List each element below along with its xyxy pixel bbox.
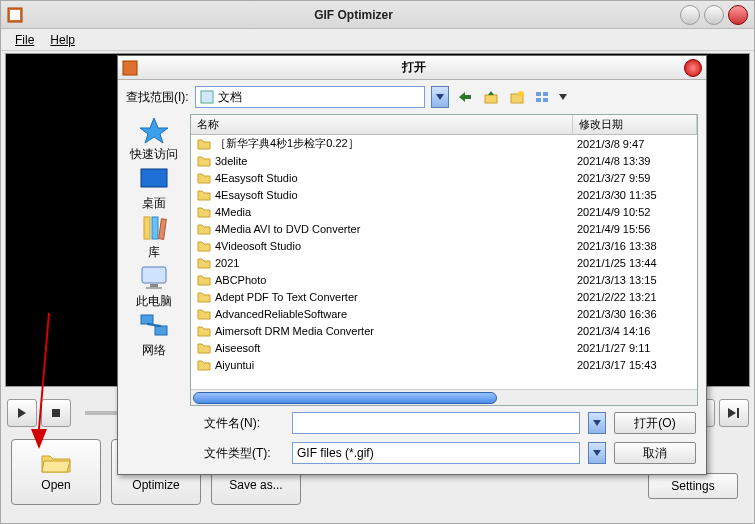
dialog-icon (122, 60, 138, 76)
place-this-pc[interactable]: 此电脑 (122, 263, 186, 310)
filename-label: 文件名(N): (204, 415, 284, 432)
item-date: 2021/3/27 9:59 (573, 172, 697, 184)
list-item[interactable]: 4Easysoft Studio2021/3/27 9:59 (191, 169, 697, 186)
item-date: 2021/4/9 15:56 (573, 223, 697, 235)
svg-rect-11 (737, 408, 739, 418)
item-name: AdvancedReliableSoftware (215, 308, 573, 320)
dialog-bottom: 文件名(N): 打开(O) 文件类型(T): GIF files (*.gif)… (118, 406, 706, 476)
item-name: Aiyuntui (215, 359, 573, 371)
open-file-dialog: 打开 查找范围(I): 文档 快速访问 (117, 55, 707, 475)
documents-icon (200, 90, 214, 104)
list-item[interactable]: 4Media2021/4/9 10:52 (191, 203, 697, 220)
svg-marker-10 (728, 408, 736, 418)
svg-rect-15 (201, 91, 213, 103)
horizontal-scrollbar[interactable] (191, 389, 697, 405)
svg-rect-21 (536, 92, 541, 96)
view-menu-dropdown-icon[interactable] (559, 94, 567, 100)
list-header: 名称 修改日期 (191, 115, 697, 135)
list-item[interactable]: Aiyuntui2021/3/17 15:43 (191, 356, 697, 373)
titlebar: GIF Optimizer (1, 1, 754, 29)
svg-marker-2 (18, 408, 26, 418)
dialog-open-button[interactable]: 打开(O) (614, 412, 696, 434)
window-minimize-button[interactable] (680, 5, 700, 25)
list-item[interactable]: ［新华字典4秒1步检字0.22］2021/3/8 9:47 (191, 135, 697, 152)
folder-icon (197, 189, 211, 201)
item-date: 2021/3/17 15:43 (573, 359, 697, 371)
place-desktop[interactable]: 桌面 (122, 165, 186, 212)
last-frame-button[interactable] (719, 399, 749, 427)
item-date: 2021/3/8 9:47 (573, 138, 697, 150)
list-item[interactable]: 20212021/1/25 13:44 (191, 254, 697, 271)
menu-help[interactable]: Help (42, 31, 83, 49)
svg-marker-25 (559, 94, 567, 100)
item-name: Aiseesoft (215, 342, 573, 354)
window-close-button[interactable] (728, 5, 748, 25)
place-libraries[interactable]: 库 (122, 214, 186, 261)
item-date: 2021/3/30 11:35 (573, 189, 697, 201)
settings-button[interactable]: Settings (648, 473, 738, 499)
list-item[interactable]: Adept PDF To Text Converter2021/2/22 13:… (191, 288, 697, 305)
item-name: Adept PDF To Text Converter (215, 291, 573, 303)
stop-button[interactable] (41, 399, 71, 427)
item-name: 4Videosoft Studio (215, 240, 573, 252)
folder-open-icon (41, 452, 71, 474)
open-button[interactable]: Open (11, 439, 101, 505)
item-name: ABCPhoto (215, 274, 573, 286)
svg-rect-34 (141, 315, 153, 324)
dialog-close-button[interactable] (684, 59, 702, 77)
play-button[interactable] (7, 399, 37, 427)
list-item[interactable]: ABCPhoto2021/3/13 13:15 (191, 271, 697, 288)
column-date[interactable]: 修改日期 (573, 115, 697, 134)
item-date: 2021/3/13 13:15 (573, 274, 697, 286)
item-name: 3delite (215, 155, 573, 167)
app-icon (7, 7, 23, 23)
svg-rect-28 (144, 217, 150, 239)
dialog-cancel-button[interactable]: 取消 (614, 442, 696, 464)
back-icon[interactable] (455, 87, 475, 107)
svg-rect-23 (536, 98, 541, 102)
item-name: 4Esaysoft Studio (215, 189, 573, 201)
look-in-combo[interactable]: 文档 (195, 86, 425, 108)
folder-icon (197, 172, 211, 184)
menu-file[interactable]: File (7, 31, 42, 49)
item-date: 2021/3/4 14:16 (573, 325, 697, 337)
place-quick-access[interactable]: 快速访问 (122, 116, 186, 163)
filetype-dropdown-button[interactable] (588, 442, 606, 464)
svg-rect-30 (159, 219, 167, 240)
folder-icon (197, 138, 211, 150)
look-in-dropdown-button[interactable] (431, 86, 449, 108)
optimize-button-label: Optimize (132, 478, 179, 492)
item-date: 2021/3/16 13:38 (573, 240, 697, 252)
list-item[interactable]: 4Media AVI to DVD Converter2021/4/9 15:5… (191, 220, 697, 237)
view-menu-icon[interactable] (533, 87, 553, 107)
look-in-label: 查找范围(I): (126, 89, 189, 106)
list-item[interactable]: 4Esaysoft Studio2021/3/30 11:35 (191, 186, 697, 203)
filename-input[interactable] (292, 412, 580, 434)
filename-dropdown-button[interactable] (588, 412, 606, 434)
new-folder-icon[interactable] (507, 87, 527, 107)
list-item[interactable]: Aiseesoft2021/1/27 9:11 (191, 339, 697, 356)
scrollbar-thumb[interactable] (193, 392, 497, 404)
svg-rect-22 (543, 92, 548, 96)
svg-marker-37 (593, 420, 601, 426)
window-maximize-button[interactable] (704, 5, 724, 25)
libraries-icon (138, 214, 170, 242)
item-name: 2021 (215, 257, 573, 269)
list-item[interactable]: 4Videosoft Studio2021/3/16 13:38 (191, 237, 697, 254)
network-icon (138, 312, 170, 340)
item-date: 2021/2/22 13:21 (573, 291, 697, 303)
up-folder-icon[interactable] (481, 87, 501, 107)
list-rows[interactable]: ［新华字典4秒1步检字0.22］2021/3/8 9:473delite2021… (191, 135, 697, 389)
list-item[interactable]: Aimersoft DRM Media Converter2021/3/4 14… (191, 322, 697, 339)
svg-rect-32 (150, 284, 158, 287)
place-network[interactable]: 网络 (122, 312, 186, 359)
filetype-combo[interactable]: GIF files (*.gif) (292, 442, 580, 464)
item-date: 2021/1/25 13:44 (573, 257, 697, 269)
folder-icon (197, 274, 211, 286)
folder-icon (197, 325, 211, 337)
look-in-value: 文档 (218, 89, 242, 106)
list-item[interactable]: 3delite2021/4/8 13:39 (191, 152, 697, 169)
svg-rect-33 (146, 287, 162, 289)
column-name[interactable]: 名称 (191, 115, 573, 134)
list-item[interactable]: AdvancedReliableSoftware2021/3/30 16:36 (191, 305, 697, 322)
